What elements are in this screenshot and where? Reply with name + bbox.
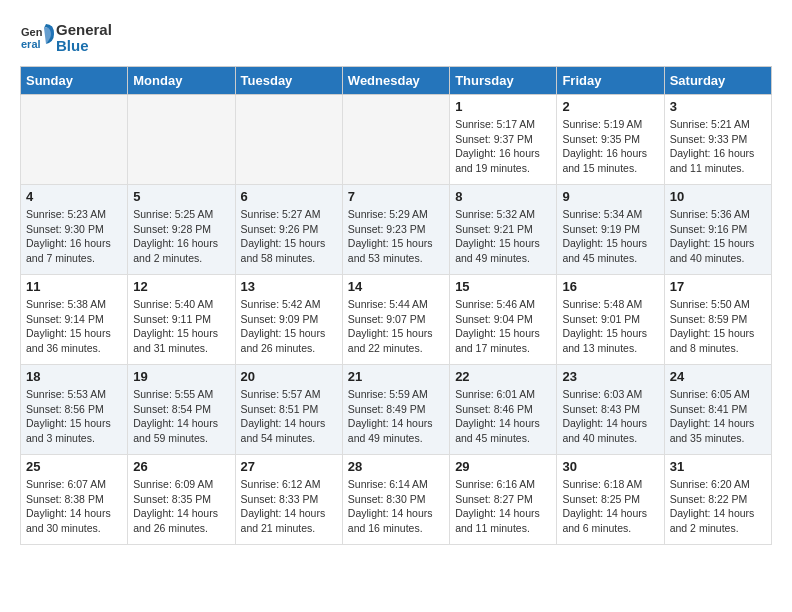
week-row-5: 25Sunrise: 6:07 AM Sunset: 8:38 PM Dayli… xyxy=(21,455,772,545)
weekday-header-thursday: Thursday xyxy=(450,67,557,95)
day-cell xyxy=(342,95,449,185)
day-cell: 25Sunrise: 6:07 AM Sunset: 8:38 PM Dayli… xyxy=(21,455,128,545)
day-cell: 17Sunrise: 5:50 AM Sunset: 8:59 PM Dayli… xyxy=(664,275,771,365)
day-cell: 22Sunrise: 6:01 AM Sunset: 8:46 PM Dayli… xyxy=(450,365,557,455)
day-info: Sunrise: 5:57 AM Sunset: 8:51 PM Dayligh… xyxy=(241,387,337,446)
day-info: Sunrise: 5:42 AM Sunset: 9:09 PM Dayligh… xyxy=(241,297,337,356)
day-info: Sunrise: 5:32 AM Sunset: 9:21 PM Dayligh… xyxy=(455,207,551,266)
day-cell: 29Sunrise: 6:16 AM Sunset: 8:27 PM Dayli… xyxy=(450,455,557,545)
day-cell: 21Sunrise: 5:59 AM Sunset: 8:49 PM Dayli… xyxy=(342,365,449,455)
day-cell: 7Sunrise: 5:29 AM Sunset: 9:23 PM Daylig… xyxy=(342,185,449,275)
day-cell: 30Sunrise: 6:18 AM Sunset: 8:25 PM Dayli… xyxy=(557,455,664,545)
logo-svg: Gen eral xyxy=(20,20,56,56)
day-info: Sunrise: 5:27 AM Sunset: 9:26 PM Dayligh… xyxy=(241,207,337,266)
day-number: 24 xyxy=(670,369,766,384)
day-number: 7 xyxy=(348,189,444,204)
day-number: 26 xyxy=(133,459,229,474)
day-number: 27 xyxy=(241,459,337,474)
logo-brand: Gen eral General Blue xyxy=(20,20,112,56)
logo-general-text: General xyxy=(56,22,112,39)
day-info: Sunrise: 6:03 AM Sunset: 8:43 PM Dayligh… xyxy=(562,387,658,446)
day-cell: 3Sunrise: 5:21 AM Sunset: 9:33 PM Daylig… xyxy=(664,95,771,185)
day-number: 8 xyxy=(455,189,551,204)
day-number: 16 xyxy=(562,279,658,294)
day-info: Sunrise: 5:34 AM Sunset: 9:19 PM Dayligh… xyxy=(562,207,658,266)
day-number: 3 xyxy=(670,99,766,114)
day-cell: 20Sunrise: 5:57 AM Sunset: 8:51 PM Dayli… xyxy=(235,365,342,455)
day-cell: 10Sunrise: 5:36 AM Sunset: 9:16 PM Dayli… xyxy=(664,185,771,275)
weekday-header-tuesday: Tuesday xyxy=(235,67,342,95)
day-info: Sunrise: 6:09 AM Sunset: 8:35 PM Dayligh… xyxy=(133,477,229,536)
page-header: Gen eral General Blue xyxy=(20,20,772,56)
day-cell: 5Sunrise: 5:25 AM Sunset: 9:28 PM Daylig… xyxy=(128,185,235,275)
day-info: Sunrise: 6:20 AM Sunset: 8:22 PM Dayligh… xyxy=(670,477,766,536)
day-cell: 2Sunrise: 5:19 AM Sunset: 9:35 PM Daylig… xyxy=(557,95,664,185)
day-cell: 19Sunrise: 5:55 AM Sunset: 8:54 PM Dayli… xyxy=(128,365,235,455)
day-info: Sunrise: 5:59 AM Sunset: 8:49 PM Dayligh… xyxy=(348,387,444,446)
day-cell: 4Sunrise: 5:23 AM Sunset: 9:30 PM Daylig… xyxy=(21,185,128,275)
day-number: 30 xyxy=(562,459,658,474)
day-number: 19 xyxy=(133,369,229,384)
week-row-1: 1Sunrise: 5:17 AM Sunset: 9:37 PM Daylig… xyxy=(21,95,772,185)
day-cell: 11Sunrise: 5:38 AM Sunset: 9:14 PM Dayli… xyxy=(21,275,128,365)
day-number: 11 xyxy=(26,279,122,294)
day-info: Sunrise: 5:44 AM Sunset: 9:07 PM Dayligh… xyxy=(348,297,444,356)
day-cell xyxy=(235,95,342,185)
day-info: Sunrise: 5:40 AM Sunset: 9:11 PM Dayligh… xyxy=(133,297,229,356)
weekday-header-row: SundayMondayTuesdayWednesdayThursdayFrid… xyxy=(21,67,772,95)
day-cell: 6Sunrise: 5:27 AM Sunset: 9:26 PM Daylig… xyxy=(235,185,342,275)
day-number: 6 xyxy=(241,189,337,204)
day-info: Sunrise: 5:36 AM Sunset: 9:16 PM Dayligh… xyxy=(670,207,766,266)
week-row-4: 18Sunrise: 5:53 AM Sunset: 8:56 PM Dayli… xyxy=(21,365,772,455)
day-info: Sunrise: 5:50 AM Sunset: 8:59 PM Dayligh… xyxy=(670,297,766,356)
day-cell: 27Sunrise: 6:12 AM Sunset: 8:33 PM Dayli… xyxy=(235,455,342,545)
day-number: 25 xyxy=(26,459,122,474)
day-number: 23 xyxy=(562,369,658,384)
calendar-table: SundayMondayTuesdayWednesdayThursdayFrid… xyxy=(20,66,772,545)
day-cell: 8Sunrise: 5:32 AM Sunset: 9:21 PM Daylig… xyxy=(450,185,557,275)
day-cell: 14Sunrise: 5:44 AM Sunset: 9:07 PM Dayli… xyxy=(342,275,449,365)
day-number: 20 xyxy=(241,369,337,384)
day-number: 31 xyxy=(670,459,766,474)
day-number: 5 xyxy=(133,189,229,204)
day-info: Sunrise: 6:07 AM Sunset: 8:38 PM Dayligh… xyxy=(26,477,122,536)
day-info: Sunrise: 5:29 AM Sunset: 9:23 PM Dayligh… xyxy=(348,207,444,266)
day-info: Sunrise: 6:18 AM Sunset: 8:25 PM Dayligh… xyxy=(562,477,658,536)
day-info: Sunrise: 5:55 AM Sunset: 8:54 PM Dayligh… xyxy=(133,387,229,446)
day-info: Sunrise: 5:23 AM Sunset: 9:30 PM Dayligh… xyxy=(26,207,122,266)
day-number: 1 xyxy=(455,99,551,114)
day-cell: 12Sunrise: 5:40 AM Sunset: 9:11 PM Dayli… xyxy=(128,275,235,365)
day-info: Sunrise: 5:21 AM Sunset: 9:33 PM Dayligh… xyxy=(670,117,766,176)
day-cell xyxy=(21,95,128,185)
day-number: 12 xyxy=(133,279,229,294)
day-number: 21 xyxy=(348,369,444,384)
day-number: 28 xyxy=(348,459,444,474)
day-info: Sunrise: 5:53 AM Sunset: 8:56 PM Dayligh… xyxy=(26,387,122,446)
day-number: 10 xyxy=(670,189,766,204)
day-cell: 28Sunrise: 6:14 AM Sunset: 8:30 PM Dayli… xyxy=(342,455,449,545)
day-number: 17 xyxy=(670,279,766,294)
day-info: Sunrise: 5:17 AM Sunset: 9:37 PM Dayligh… xyxy=(455,117,551,176)
weekday-header-friday: Friday xyxy=(557,67,664,95)
day-number: 29 xyxy=(455,459,551,474)
day-info: Sunrise: 5:48 AM Sunset: 9:01 PM Dayligh… xyxy=(562,297,658,356)
weekday-header-saturday: Saturday xyxy=(664,67,771,95)
svg-text:Gen: Gen xyxy=(21,26,43,38)
weekday-header-sunday: Sunday xyxy=(21,67,128,95)
day-info: Sunrise: 6:12 AM Sunset: 8:33 PM Dayligh… xyxy=(241,477,337,536)
logo-text-container: General Blue xyxy=(56,22,112,55)
day-number: 13 xyxy=(241,279,337,294)
day-info: Sunrise: 5:25 AM Sunset: 9:28 PM Dayligh… xyxy=(133,207,229,266)
day-number: 9 xyxy=(562,189,658,204)
day-number: 18 xyxy=(26,369,122,384)
day-number: 4 xyxy=(26,189,122,204)
week-row-2: 4Sunrise: 5:23 AM Sunset: 9:30 PM Daylig… xyxy=(21,185,772,275)
day-cell: 18Sunrise: 5:53 AM Sunset: 8:56 PM Dayli… xyxy=(21,365,128,455)
svg-text:eral: eral xyxy=(21,38,41,50)
day-number: 22 xyxy=(455,369,551,384)
day-cell: 23Sunrise: 6:03 AM Sunset: 8:43 PM Dayli… xyxy=(557,365,664,455)
day-cell xyxy=(128,95,235,185)
logo: Gen eral General Blue xyxy=(20,20,112,56)
day-cell: 1Sunrise: 5:17 AM Sunset: 9:37 PM Daylig… xyxy=(450,95,557,185)
logo-blue-text: Blue xyxy=(56,38,112,55)
